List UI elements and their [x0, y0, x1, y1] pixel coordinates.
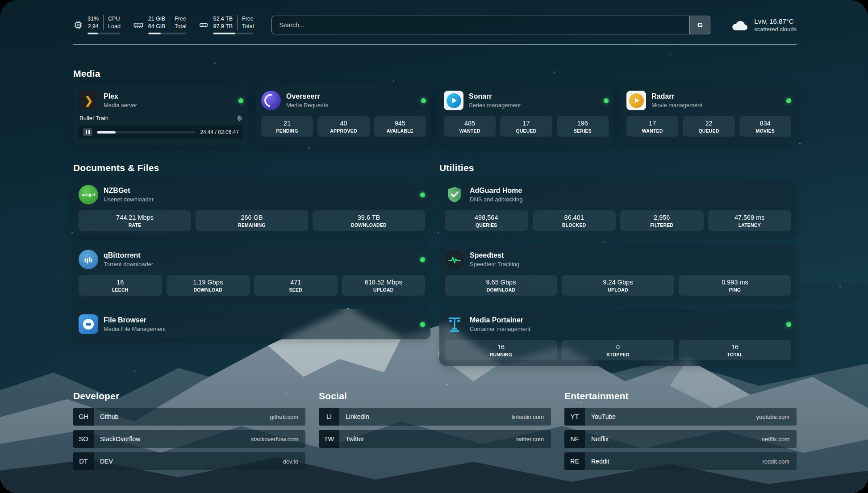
stat-movies: 834 MOVIES — [739, 116, 791, 137]
app-card-sonarr[interactable]: Sonarr Series management 485 WANTED 17 Q… — [438, 85, 614, 145]
bookmark-netflix[interactable]: NF Netflix netflix.com — [564, 430, 797, 448]
ram-free-label: Free — [175, 15, 186, 23]
playback-time: 24:44 / 02:06:47 — [200, 129, 239, 135]
search-bar: G — [271, 16, 710, 34]
bookmark-youtube[interactable]: YT YouTube youtube.com — [564, 408, 797, 426]
stat-seed: 471 SEED — [254, 275, 338, 296]
cloud-icon — [731, 19, 749, 31]
nzbget-icon: nzbget — [79, 185, 98, 205]
app-name-plex: Plex — [104, 92, 137, 100]
speedtest-icon — [445, 250, 464, 269]
stat-wanted: 485 WANTED — [444, 116, 496, 137]
stat-total: 16 TOTAL — [679, 340, 791, 360]
stat-ping: 0.993 ms PING — [679, 275, 791, 296]
bookmark-badge: YT — [564, 408, 585, 426]
stat-upload: 9.24 Gbps UPLOAD — [562, 275, 674, 296]
app-card-portainer[interactable]: Media Portainer Container management 16 … — [439, 309, 797, 366]
stat-download: 9.65 Gbps DOWNLOAD — [445, 275, 557, 296]
section-title-social: Social — [319, 391, 551, 401]
radarr-icon — [626, 91, 646, 110]
app-card-qbittorrent[interactable]: qb qBittorrent Torrent downloader 16 LEE… — [73, 244, 430, 301]
app-desc-filebrowser: Media File Management — [104, 326, 166, 332]
app-desc-nzbget: Usenet downloader — [104, 196, 154, 203]
bookmark-dev[interactable]: DT DEV dev.to — [73, 452, 305, 470]
app-desc-sonarr: Series management — [469, 102, 521, 109]
adguard-shield-icon — [445, 185, 464, 205]
cpu-load-label: Load — [108, 23, 121, 30]
stat-stopped: 0 STOPPED — [562, 340, 674, 360]
weather-condition: scattered clouds — [754, 26, 797, 33]
app-card-speedtest[interactable]: Speedtest Speedtest Tracking 9.65 Gbps D… — [439, 244, 797, 301]
now-playing-title: Bullet Train — [79, 115, 108, 121]
status-dot — [604, 98, 609, 103]
disk-usage-bar — [213, 33, 254, 34]
status-dot — [786, 322, 791, 327]
app-card-filebrowser[interactable]: File Browser Media File Management — [73, 309, 430, 339]
cpu-label: CPU — [108, 15, 121, 23]
section-title-entertainment: Entertainment — [564, 391, 797, 401]
dashboard-screen: 31% 2.94 CPU Load — [0, 0, 868, 493]
bookmark-linkedin[interactable]: LI LinkedIn linkedin.com — [319, 408, 551, 426]
section-documents: Documents & Files nzbget NZBGet Usenet d… — [73, 163, 430, 366]
disk-icon — [199, 20, 209, 30]
qbittorrent-icon: qb — [79, 250, 98, 269]
stat-upload: 618.52 Mbps UPLOAD — [342, 275, 426, 296]
stat-rate: 744.21 Mbps RATE — [79, 210, 191, 231]
cpu-load-value: 2.94 — [88, 23, 99, 30]
app-desc-portainer: Container management — [470, 326, 530, 332]
app-name-radarr: Radarr — [651, 92, 702, 100]
section-title-developer: Developer — [73, 391, 305, 401]
app-name-overseerr: Overseerr — [286, 92, 328, 100]
bookmark-badge: DT — [73, 452, 94, 470]
ram-total-value: 64 GiB — [148, 23, 165, 30]
ram-usage-bar — [148, 33, 187, 34]
bookmark-stackoverflow[interactable]: SO StackOverflow stackoverflow.com — [73, 430, 305, 448]
bookmark-badge: SO — [73, 430, 94, 448]
cpu-icon — [73, 20, 83, 30]
pause-button[interactable] — [83, 128, 92, 136]
section-social: Social LI LinkedIn linkedin.com TW Twitt… — [319, 391, 551, 475]
app-card-nzbget[interactable]: nzbget NZBGet Usenet downloader 744.21 M… — [73, 180, 430, 236]
app-name-adguard: AdGuard Home — [470, 187, 523, 195]
stat-series: 196 SERIES — [557, 116, 609, 137]
cpu-widget: 31% 2.94 CPU Load — [73, 15, 121, 34]
ram-widget: 21 GiB 64 GiB Free Total — [133, 15, 187, 34]
stat-running: 16 RUNNING — [445, 340, 557, 360]
stat-queued: 22 QUEUED — [683, 116, 734, 137]
header-divider — [73, 44, 797, 45]
app-desc-radarr: Movie management — [651, 102, 702, 109]
stat-blocked: 86,401 BLOCKED — [533, 210, 616, 231]
bookmark-github[interactable]: GH Github github.com — [73, 408, 305, 426]
app-card-overseerr[interactable]: Overseerr Media Requests 21 PENDING 40 A… — [256, 85, 431, 145]
stat-wanted: 17 WANTED — [626, 116, 678, 137]
stat-downloaded: 39.6 TB DOWNLOADED — [313, 210, 425, 231]
app-name-sonarr: Sonarr — [469, 92, 521, 100]
plex-icon: ❯ — [79, 91, 98, 110]
app-desc-qbittorrent: Torrent downloader — [104, 261, 153, 267]
stat-remaining: 266 GB REMAINING — [196, 210, 308, 231]
app-card-radarr[interactable]: Radarr Movie management 17 WANTED 22 QUE… — [621, 85, 797, 145]
stat-filtered: 2,956 FILTERED — [620, 210, 704, 231]
bookmark-twitter[interactable]: TW Twitter twitter.com — [319, 430, 551, 448]
app-desc-speedtest: Speedtest Tracking — [470, 261, 519, 267]
gear-icon[interactable]: ⚙ — [237, 115, 242, 121]
stat-pending: 21 PENDING — [261, 116, 313, 137]
stat-download: 1.19 Gbps DOWNLOAD — [167, 275, 250, 296]
section-utilities: Utilities — [439, 163, 797, 366]
bookmark-reddit[interactable]: RE Reddit reddit.com — [564, 452, 797, 470]
app-card-plex[interactable]: ❯ Plex Media server Bullet Train ⚙ — [73, 85, 249, 145]
bookmark-badge: GH — [73, 408, 94, 426]
weather-location: Lviv, 16.87°C — [754, 17, 797, 25]
bookmark-badge: RE — [564, 452, 585, 470]
app-name-portainer: Media Portainer — [470, 316, 530, 324]
search-engine-button[interactable]: G — [689, 16, 710, 34]
search-input[interactable] — [272, 16, 689, 34]
status-dot — [238, 98, 243, 103]
stat-queued: 17 QUEUED — [500, 116, 552, 137]
app-card-adguard[interactable]: AdGuard Home DNS and adblocking 498,564 … — [439, 180, 797, 236]
stat-queries: 498,564 QUERIES — [445, 210, 528, 231]
ram-free-value: 21 GiB — [148, 15, 165, 23]
sonarr-icon — [444, 91, 463, 110]
app-name-nzbget: NZBGet — [104, 187, 154, 195]
overseerr-icon — [261, 91, 281, 110]
